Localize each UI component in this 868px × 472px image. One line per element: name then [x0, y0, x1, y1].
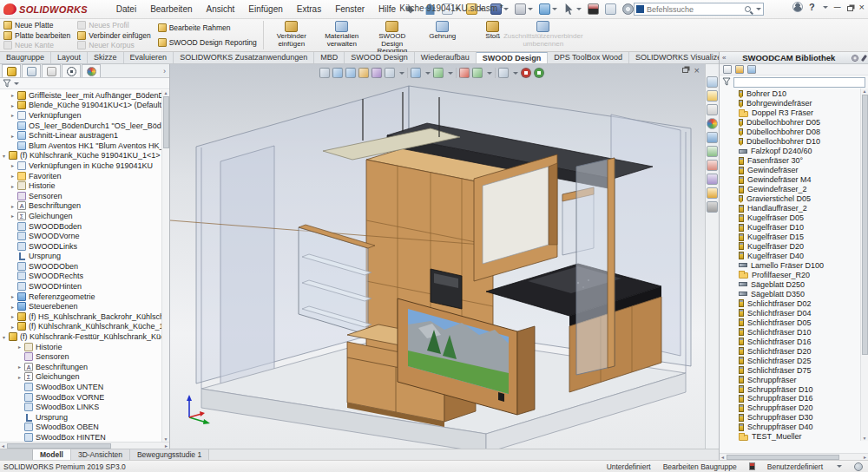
help-button[interactable]: ?	[809, 2, 815, 12]
chevron-down-icon[interactable]	[837, 465, 842, 468]
tab-propertymanager[interactable]	[22, 64, 41, 77]
print-button[interactable]	[513, 3, 535, 16]
tree-item[interactable]: Blum Aventos HK1 "Blum Aventos HK_leer_m…	[0, 141, 169, 151]
tool-list-item[interactable]: Schruppfräser D40	[720, 423, 868, 432]
search-icon[interactable]	[745, 6, 751, 12]
rebuild-button[interactable]	[586, 3, 601, 16]
previous-view-icon[interactable]	[345, 68, 356, 78]
swood-center-icon[interactable]	[707, 187, 718, 199]
scroll-right-icon[interactable]: ►	[863, 455, 867, 460]
command-tab[interactable]: MBD	[314, 52, 345, 63]
scroll-down-icon[interactable]: ▼	[863, 436, 867, 441]
tree-item[interactable]: Sensoren	[0, 191, 169, 201]
tool-list-item[interactable]: Schruppfräser D30	[720, 413, 868, 423]
tool-list-item[interactable]: Falzkopf D240/60	[720, 147, 868, 156]
tool-list-item[interactable]: Kugelfräser D15	[720, 233, 868, 242]
expand-arrow-icon[interactable]: ▸	[9, 112, 16, 118]
expand-arrow-icon[interactable]: ▸	[9, 203, 16, 209]
tree-item[interactable]: ▸ Verknüpfungen	[0, 110, 169, 121]
tool-list-item[interactable]: Fasenfräser 30°	[720, 156, 868, 166]
solidworks-resources-icon[interactable]	[707, 174, 718, 185]
scroll-left-icon[interactable]: ◄	[1, 443, 5, 449]
command-tab[interactable]: SWOOD Design	[345, 52, 415, 63]
zoom-to-area-icon[interactable]	[332, 68, 343, 78]
tree-item[interactable]: ▸ Beschriftungen	[0, 201, 169, 212]
ribbon-small-button[interactable]: Neue Kante	[3, 40, 70, 50]
tree-item[interactable]: SWoodBox VORNE	[0, 392, 169, 403]
viewport-restore-button[interactable]	[682, 68, 688, 73]
tool-list-item[interactable]: Schruppfräser	[720, 375, 868, 384]
ribbon-small-button[interactable]: Platte bearbeiten	[3, 30, 70, 41]
tool-list-item[interactable]: Sägeblatt D350	[720, 289, 868, 298]
library-filter-input[interactable]	[733, 77, 865, 88]
file-explorer-icon[interactable]	[707, 104, 718, 115]
kitchen-3d-model[interactable]	[170, 64, 705, 449]
tool-list-item[interactable]: Dübellochbohrer D05	[720, 118, 868, 128]
graphics-viewport[interactable]: ×	[170, 64, 705, 449]
scroll-right-icon[interactable]: ►	[164, 443, 168, 449]
menu-item[interactable]: Datei	[110, 3, 142, 16]
scroll-thumb[interactable]	[862, 95, 868, 355]
ribbon-small-button[interactable]: Verbinder einfügen	[77, 30, 150, 41]
menu-item[interactable]: Einfügen	[242, 3, 288, 16]
expand-arrow-icon[interactable]: ▾	[0, 153, 8, 159]
tree-item[interactable]: Sensoren	[0, 351, 169, 362]
tool-list-item[interactable]: Schlichtfräser D10	[720, 327, 868, 337]
expand-arrow-icon[interactable]: ▸	[9, 162, 16, 168]
scroll-thumb[interactable]	[163, 96, 169, 148]
view-orientation-icon[interactable]	[385, 68, 395, 78]
ribbon-large-button[interactable]: Zuschnittstützenverbinder umbenennen	[518, 19, 569, 51]
tool-list-item[interactable]: Schlichtfräser D16	[720, 337, 868, 346]
scroll-left-icon[interactable]: ◄	[720, 455, 725, 460]
tree-item[interactable]: ▸ Blende_Küche 919041KU<1> (Default)	[0, 101, 169, 111]
tool-list-item[interactable]: Lamello Fräser D100	[720, 260, 868, 270]
tool-list-item[interactable]: Handlauffräser_2	[720, 204, 868, 213]
search-input[interactable]	[647, 5, 745, 14]
tool-list-item[interactable]: Gewindefräser_2	[720, 185, 868, 194]
tree-item[interactable]: ▾ (f) Kühlschrank_Küche 919041KU_1<1> (D…	[0, 151, 169, 161]
close-button[interactable]: ×	[859, 3, 865, 12]
tool-list-item[interactable]: Kugelfräser D10	[720, 223, 868, 233]
tree-item[interactable]: ▸ Griffleiste_leer_mit Aufhänger_BödenDu…	[0, 90, 169, 101]
command-tab[interactable]: SOLIDWORKS Zusatzanwendungen	[174, 52, 314, 63]
tool-list-item[interactable]: Kugelfräser D05	[720, 213, 868, 223]
home-tab-icon[interactable]	[707, 76, 718, 88]
tool-list-item[interactable]: Dübellochbohrer D08	[720, 128, 868, 137]
expand-arrow-icon[interactable]: ▸	[9, 133, 16, 139]
tool-list-item[interactable]: Schlichtfräser D25	[720, 356, 868, 365]
tags-icon[interactable]	[854, 462, 863, 471]
swood-run-icon[interactable]	[534, 68, 544, 78]
expand-arrow-icon[interactable]: ▸	[9, 324, 16, 330]
tree-item[interactable]: ▸ Beschriftungen	[0, 362, 169, 372]
tree-vertical-scrollbar[interactable]: ▲ ▼	[161, 90, 169, 442]
hide-show-items-icon[interactable]	[433, 68, 444, 78]
library-vertical-scrollbar[interactable]: ▲ ▼	[860, 88, 868, 441]
filter-funnel-icon[interactable]	[3, 79, 12, 88]
tool-list-item[interactable]: Schruppfräser D16	[720, 394, 868, 403]
tree-item[interactable]: Ursprung	[0, 412, 169, 423]
tree-item[interactable]: SWOODBoden	[0, 221, 169, 232]
expand-arrow-icon[interactable]: ▸	[9, 173, 16, 179]
chevron-down-icon[interactable]	[823, 6, 828, 9]
panel-pin-icon[interactable]	[861, 54, 867, 61]
command-tab[interactable]: Evaluieren	[124, 52, 174, 63]
command-tab[interactable]: Wiederaufbau	[415, 52, 477, 63]
expand-arrow-icon[interactable]: ▸	[16, 374, 23, 380]
minimize-button[interactable]: ─	[834, 3, 841, 12]
tree-item[interactable]: SWoodBox HINTEN	[0, 432, 169, 442]
display-style-icon[interactable]	[411, 68, 421, 78]
tree-item[interactable]: ▸ Gleichungen	[0, 372, 169, 383]
expand-arrow-icon[interactable]: ▸	[9, 304, 16, 310]
tree-item[interactable]: SWOODVorne	[0, 231, 169, 241]
view-palette-icon[interactable]	[707, 132, 718, 143]
command-tab[interactable]: Layout	[51, 52, 88, 63]
tool-list-item[interactable]: Schruppfräser D20	[720, 403, 868, 413]
scroll-up-icon[interactable]: ▲	[863, 88, 867, 94]
save-button[interactable]	[489, 3, 510, 16]
ribbon-large-button[interactable]: Verbinder einfügen	[266, 19, 317, 51]
tree-horizontal-scrollbar[interactable]: ◄ ►	[0, 442, 169, 449]
user-account-icon[interactable]	[792, 2, 803, 12]
tab-configurationmanager[interactable]	[42, 64, 61, 77]
tab-featuremanager[interactable]	[2, 64, 21, 77]
tool-list-item[interactable]: Schruppfräser D10	[720, 384, 868, 394]
